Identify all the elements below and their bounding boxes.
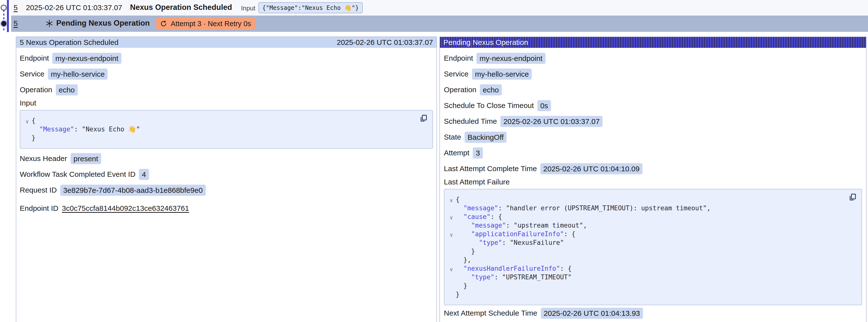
field-value-badge: 2025-02-26 UTC 01:04:13.93 bbox=[541, 308, 643, 319]
field-label: Attempt bbox=[444, 149, 469, 157]
field-value-badge: 3 bbox=[473, 148, 483, 159]
endpoint-id-link[interactable]: 3c0c75ccfa8144b092c13ce632463761 bbox=[62, 204, 189, 213]
field-label: Nexus Header bbox=[20, 154, 67, 163]
code-line: "message": "upstream timeout", bbox=[447, 221, 844, 230]
code-text: "message": "handler error (UPSTREAM_TIME… bbox=[456, 204, 711, 213]
code-gutter bbox=[447, 274, 456, 283]
collapse-chevron-icon[interactable]: ∨ bbox=[447, 214, 456, 222]
code-text: } bbox=[456, 282, 467, 290]
code-gutter bbox=[447, 222, 456, 231]
copy-button[interactable] bbox=[848, 193, 858, 202]
field-value-badge: present bbox=[70, 153, 101, 164]
code-line: ∨ "cause": { bbox=[447, 213, 844, 221]
collapse-chevron-icon[interactable]: ∨ bbox=[23, 117, 32, 126]
event-detail-panel: 5 Nexus Operation Scheduled 2025-02-26 U… bbox=[16, 36, 437, 322]
field-attempt: Attempt 3 bbox=[444, 145, 862, 161]
code-line: ∨ "applicationFailureInfo": { bbox=[447, 230, 844, 238]
field-label: Endpoint bbox=[20, 54, 49, 62]
code-text: "type": "NexusFailure" bbox=[456, 238, 564, 247]
field-label: Next Attempt Schedule Time bbox=[444, 309, 537, 317]
field-endpoint-id: Endpoint ID 3c0c75ccfa8144b092c13ce63246… bbox=[20, 200, 433, 216]
field-value-badge: 3e829b7e-7d67-4b08-aad3-b1e868bfe9e0 bbox=[60, 185, 206, 196]
code-text: "cause": { bbox=[456, 213, 502, 221]
field-label: Operation bbox=[444, 86, 476, 94]
code-line: } bbox=[447, 290, 844, 299]
pending-panel-body: Endpoint my-nexus-endpoint Service my-he… bbox=[440, 48, 866, 321]
field-label: Request ID bbox=[20, 186, 57, 194]
code-line: "Message": "Nexus Echo 👋" bbox=[23, 125, 415, 134]
field-last-attempt-complete-time: Last Attempt Complete Time 2025-02-26 UT… bbox=[444, 161, 862, 176]
code-text: } bbox=[456, 247, 475, 256]
field-label: Schedule To Close Timeout bbox=[444, 101, 534, 110]
field-service: Service my-hello-service bbox=[444, 66, 862, 82]
event-history-detail-screen: 5 2025-02-26 UTC 01:03:37.07 Nexus Opera… bbox=[0, 0, 868, 322]
field-value-badge: 2025-02-26 UTC 01:03:37.07 bbox=[500, 116, 602, 127]
field-label: Endpoint ID bbox=[20, 204, 59, 213]
code-line: }, bbox=[447, 256, 844, 264]
code-gutter bbox=[447, 291, 456, 300]
code-text: } bbox=[456, 290, 460, 299]
field-value-badge: 4 bbox=[139, 169, 149, 180]
code-text: } bbox=[32, 134, 35, 142]
collapse-chevron-icon[interactable]: ∨ bbox=[447, 196, 456, 205]
code-line: } bbox=[447, 247, 844, 256]
collapse-chevron-icon[interactable]: ∨ bbox=[447, 231, 456, 239]
field-value-badge: my-hello-service bbox=[48, 68, 107, 79]
field-value-badge: 0s bbox=[537, 100, 551, 111]
field-value-badge: BackingOff bbox=[465, 132, 506, 143]
code-gutter bbox=[447, 257, 456, 265]
attempt-retry-text: Attempt 3 · Next Retry 0s bbox=[171, 20, 251, 28]
field-next-attempt-schedule-time: Next Attempt Schedule Time 2025-02-26 UT… bbox=[444, 305, 862, 321]
code-gutter bbox=[23, 135, 32, 143]
field-label: Service bbox=[444, 70, 469, 78]
field-value-badge: my-hello-service bbox=[472, 68, 532, 79]
field-value-badge: 2025-02-26 UTC 01:04:10.09 bbox=[540, 163, 643, 174]
code-gutter bbox=[447, 248, 456, 257]
event-input-label: Input bbox=[241, 4, 255, 12]
code-text: "nexusHandlerFailureInfo": { bbox=[456, 264, 572, 273]
code-gutter bbox=[447, 205, 456, 214]
field-label: Workflow Task Completed Event ID bbox=[20, 170, 135, 179]
input-section-label: Input bbox=[20, 98, 433, 108]
event-title: Nexus Operation Scheduled bbox=[130, 3, 232, 12]
pending-operation-row[interactable]: 5 Pending Nexus Operation Attempt 3 · Ne… bbox=[11, 15, 868, 32]
timeline-node-open-icon bbox=[1, 5, 7, 10]
code-gutter bbox=[23, 126, 32, 135]
pending-title: Pending Nexus Operation bbox=[56, 19, 150, 28]
event-id-link[interactable]: 5 bbox=[13, 3, 18, 12]
event-detail-header-timestamp: 2025-02-26 UTC 01:03:37.07 bbox=[337, 38, 433, 46]
pending-panel-header-title: Pending Nexus Operation bbox=[443, 38, 528, 46]
field-label: Operation bbox=[20, 86, 52, 94]
field-workflow-task-completed-event-id: Workflow Task Completed Event ID 4 bbox=[20, 166, 433, 182]
field-endpoint: Endpoint my-nexus-endpoint bbox=[444, 50, 862, 66]
event-input-badge: {"Message":"Nexus Echo 👋"} bbox=[258, 2, 363, 13]
event-detail-header-title: 5 Nexus Operation Scheduled bbox=[20, 38, 118, 46]
pending-id-link[interactable]: 5 bbox=[13, 19, 18, 28]
event-summary-row[interactable]: 5 2025-02-26 UTC 01:03:37.07 Nexus Opera… bbox=[11, 0, 868, 15]
timeline-node-current-icon bbox=[1, 21, 6, 26]
code-text: }, bbox=[456, 256, 471, 264]
copy-button[interactable] bbox=[419, 114, 429, 123]
field-label: Scheduled Time bbox=[444, 117, 497, 126]
event-timestamp: 2025-02-26 UTC 01:03:37.07 bbox=[26, 3, 122, 12]
collapse-chevron-icon[interactable]: ∨ bbox=[447, 265, 456, 274]
event-detail-body: Endpoint my-nexus-endpoint Service my-he… bbox=[16, 48, 436, 216]
field-operation: Operation echo bbox=[444, 82, 862, 98]
failure-json-block: ∨{ "message": "handler error (UPSTREAM_T… bbox=[444, 189, 862, 305]
retry-icon bbox=[160, 20, 167, 27]
field-label: Endpoint bbox=[444, 54, 473, 62]
input-json-block: ∨{ "Message": "Nexus Echo 👋"} bbox=[20, 110, 433, 149]
code-line: } bbox=[447, 282, 844, 290]
field-scheduled-time: Scheduled Time 2025-02-26 UTC 01:03:37.0… bbox=[444, 114, 862, 129]
field-nexus-header: Nexus Header present bbox=[20, 151, 433, 166]
field-value-badge: my-nexus-endpoint bbox=[476, 53, 545, 64]
code-text: "type": "UPSTREAM_TIMEOUT" bbox=[456, 273, 572, 282]
pending-operation-panel: Pending Nexus Operation Endpoint my-nexu… bbox=[439, 36, 867, 322]
field-endpoint: Endpoint my-nexus-endpoint bbox=[20, 50, 433, 66]
pending-asterisk-icon bbox=[45, 19, 54, 28]
code-text: "Message": "Nexus Echo 👋" bbox=[32, 125, 140, 134]
code-text: { bbox=[32, 117, 35, 125]
code-text: "applicationFailureInfo": { bbox=[456, 230, 576, 238]
code-line: ∨ "nexusHandlerFailureInfo": { bbox=[447, 264, 844, 273]
code-line: ∨{ bbox=[23, 117, 415, 125]
